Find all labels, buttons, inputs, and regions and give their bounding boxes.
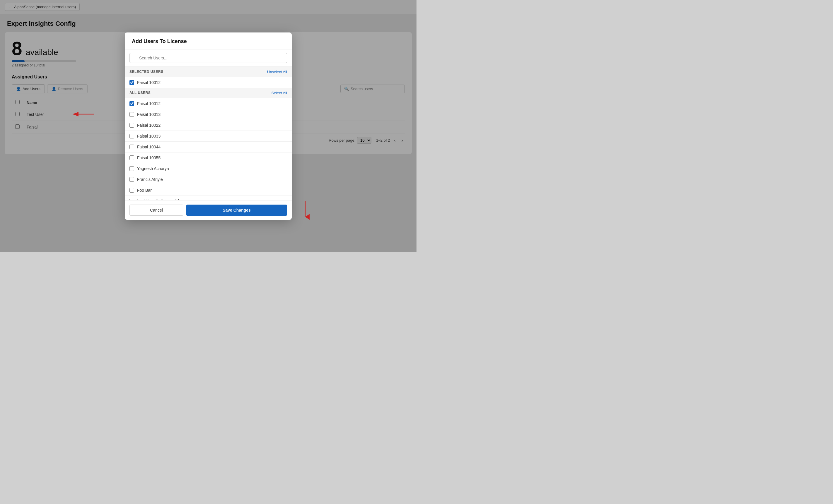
user-name: Faisal 10033 xyxy=(137,134,161,138)
selected-users-header-label: SELECTED USERS xyxy=(129,70,163,74)
user-checkbox[interactable] xyxy=(129,112,134,117)
all-user-item: Francis Afriyie xyxy=(125,174,292,185)
modal-search-section: 🔍 xyxy=(125,49,292,67)
unselect-all-button[interactable]: Unselect All xyxy=(267,70,287,74)
user-name: Faisal 10012 xyxy=(137,101,161,106)
user-name: Yagnesh Acharya xyxy=(137,166,169,171)
all-users-list: Faisal 10012 Faisal 10013 Faisal 10022 F… xyxy=(125,98,292,200)
all-user-item: Faisal 10033 xyxy=(125,131,292,142)
selected-users-list: Faisal 10012 xyxy=(125,77,292,88)
selected-users-section-header: SELECTED USERS Unselect All xyxy=(125,67,292,77)
user-name: Faisal 10055 xyxy=(137,155,161,160)
modal-footer: Cancel Save Changes xyxy=(125,200,292,220)
all-user-item: Foo Bar xyxy=(125,185,292,196)
modal-search-input[interactable] xyxy=(129,53,287,63)
user-checkbox[interactable] xyxy=(129,177,134,182)
all-user-item: Faisal 10044 xyxy=(125,142,292,152)
user-checkbox[interactable] xyxy=(129,166,134,171)
all-user-item: Faisal 10055 xyxy=(125,152,292,163)
user-checkbox[interactable] xyxy=(129,101,134,106)
cancel-button[interactable]: Cancel xyxy=(129,205,183,216)
user-name: Faisal 10022 xyxy=(137,123,161,128)
user-name: Faisal 10044 xyxy=(137,145,161,149)
all-user-item: Faisal 10012 xyxy=(125,98,292,109)
all-user-item: Faisal 10013 xyxy=(125,109,292,120)
user-checkbox[interactable] xyxy=(129,188,134,193)
selected-user-item: Faisal 10012 xyxy=(125,77,292,88)
modal-title: Add Users To License xyxy=(132,39,285,45)
all-users-header-label: ALL USERS xyxy=(129,91,150,95)
user-name: Faisal 10012 xyxy=(137,80,161,85)
user-name: Faisal 10013 xyxy=(137,112,161,117)
all-users-section-header: ALL USERS Select All xyxy=(125,88,292,98)
modal-overlay: Add Users To License 🔍 SELECTED USERS Un… xyxy=(0,0,416,252)
save-changes-button[interactable]: Save Changes xyxy=(186,205,287,216)
modal-search-wrapper: 🔍 xyxy=(129,53,287,63)
user-name: Foo Bar xyxy=(137,188,152,193)
all-user-item: Faisal 10022 xyxy=(125,120,292,131)
user-checkbox[interactable] xyxy=(129,134,134,138)
all-user-item: fetchUser ByExternalId xyxy=(125,196,292,200)
annotation-arrow-left xyxy=(70,108,97,120)
user-checkbox[interactable] xyxy=(129,80,134,85)
modal-body: SELECTED USERS Unselect All Faisal 10012… xyxy=(125,67,292,200)
user-checkbox[interactable] xyxy=(129,123,134,128)
select-all-button[interactable]: Select All xyxy=(271,91,287,95)
user-checkbox[interactable] xyxy=(129,145,134,149)
all-user-item: Yagnesh Acharya xyxy=(125,163,292,174)
annotation-arrow-down xyxy=(293,198,317,221)
user-checkbox[interactable] xyxy=(129,155,134,160)
add-users-modal: Add Users To License 🔍 SELECTED USERS Un… xyxy=(125,32,292,220)
modal-header: Add Users To License xyxy=(125,32,292,49)
user-name: Francis Afriyie xyxy=(137,177,163,182)
